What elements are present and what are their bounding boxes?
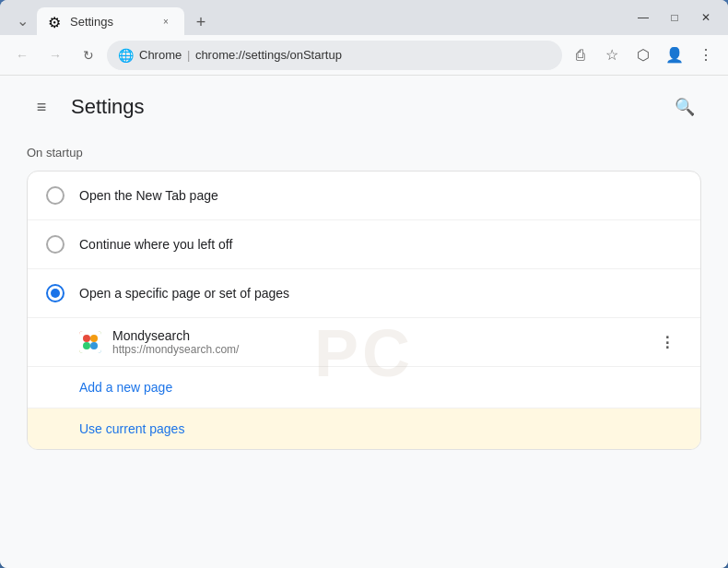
settings-container: ≡ Settings 🔍 On startup Open th: [5, 76, 723, 465]
toolbar-actions: ⎙ ☆ ⬡ 👤 ⋮: [566, 41, 721, 70]
svg-point-3: [83, 342, 90, 349]
more-icon: ⋮: [699, 46, 713, 64]
tab-title: Settings: [70, 15, 151, 29]
open-new-tab-label: Open the New Tab page: [79, 188, 218, 203]
plus-icon: +: [196, 13, 206, 32]
tab-close-button[interactable]: ×: [159, 14, 173, 29]
add-new-page-link[interactable]: Add a new page: [28, 366, 700, 408]
forward-button[interactable]: →: [41, 41, 70, 70]
content-wrapper: ≡ Settings 🔍 On startup Open th: [0, 76, 728, 465]
use-current-pages-label: Use current pages: [79, 421, 184, 436]
search-icon: 🔍: [675, 97, 695, 117]
bookmark-button[interactable]: ☆: [597, 41, 627, 70]
address-bar[interactable]: 🌐 Chrome | chrome://settings/onStartup: [107, 41, 562, 70]
settings-title-row: ≡ Settings: [27, 92, 145, 122]
maximize-icon: □: [671, 11, 677, 24]
browser-toolbar: ← → ↻ 🌐 Chrome | chrome://settings/onSta…: [0, 35, 728, 76]
svg-point-1: [83, 335, 90, 342]
profile-button[interactable]: 👤: [660, 41, 689, 70]
mondysearch-favicon-icon: [79, 331, 101, 353]
minimize-icon: —: [638, 11, 649, 24]
hamburger-icon: ≡: [37, 98, 47, 117]
page-name-label: Mondysearch: [112, 328, 641, 343]
settings-search-button[interactable]: 🔍: [668, 90, 701, 124]
back-icon: ←: [16, 48, 29, 63]
specific-pages-option[interactable]: Open a specific page or set of pages: [28, 268, 700, 317]
radio-specific[interactable]: [46, 284, 65, 302]
minimize-button[interactable]: —: [628, 5, 658, 30]
refresh-icon: ↻: [83, 48, 94, 63]
address-path-label: chrome://settings/onStartup: [195, 48, 342, 62]
tab-favicon-icon: ⚙: [48, 14, 63, 29]
radio-selected-dot: [51, 289, 60, 298]
address-separator: |: [187, 48, 190, 62]
svg-rect-0: [79, 331, 101, 353]
back-button[interactable]: ←: [7, 41, 37, 70]
extensions-button[interactable]: ⬡: [628, 41, 658, 70]
forward-icon: →: [49, 48, 62, 63]
titlebar: ⌄ ⚙ Settings × + — □ ✕: [0, 0, 728, 35]
page-favicon: [79, 331, 101, 353]
use-current-pages-link[interactable]: Use current pages: [28, 408, 700, 449]
close-button[interactable]: ✕: [691, 5, 721, 30]
close-icon: ✕: [701, 11, 710, 24]
startup-options-card: Open the New Tab page Continue where you…: [27, 171, 701, 450]
radio-continue[interactable]: [46, 235, 65, 254]
browser-name-label: Chrome: [139, 48, 182, 62]
specific-pages-label: Open a specific page or set of pages: [79, 286, 289, 301]
window-controls: — □ ✕: [628, 5, 721, 30]
maximize-button[interactable]: □: [660, 5, 689, 30]
extensions-icon: ⬡: [637, 46, 650, 64]
tab-bar: ⌄ ⚙ Settings × +: [7, 0, 628, 35]
startup-page-item: Mondysearch https://mondysearch.com/ ⋮: [28, 317, 700, 366]
browser-window: ⌄ ⚙ Settings × + — □ ✕ ←: [0, 0, 728, 568]
address-text: Chrome | chrome://settings/onStartup: [139, 48, 551, 62]
continue-option[interactable]: Continue where you left off: [28, 219, 700, 268]
site-security-icon: 🌐: [118, 48, 134, 63]
tab-list-button[interactable]: ⌄: [7, 6, 37, 35]
page-info: Mondysearch https://mondysearch.com/: [112, 328, 641, 356]
share-button[interactable]: ⎙: [566, 41, 595, 70]
more-menu-button[interactable]: ⋮: [691, 41, 721, 70]
chevron-down-icon: ⌄: [17, 12, 29, 30]
refresh-button[interactable]: ↻: [74, 41, 103, 70]
open-new-tab-option[interactable]: Open the New Tab page: [28, 172, 700, 219]
add-new-page-label: Add a new page: [79, 380, 172, 395]
new-tab-button[interactable]: +: [188, 9, 214, 35]
active-tab[interactable]: ⚙ Settings ×: [37, 7, 184, 35]
settings-header: ≡ Settings 🔍: [27, 90, 701, 124]
continue-label: Continue where you left off: [79, 237, 232, 252]
bookmark-icon: ☆: [605, 46, 618, 64]
svg-point-4: [90, 342, 98, 349]
svg-point-2: [90, 335, 98, 342]
profile-icon: 👤: [665, 46, 684, 64]
page-title: Settings: [71, 95, 145, 119]
main-content: ≡ Settings 🔍 On startup Open th: [0, 76, 728, 568]
radio-new-tab[interactable]: [46, 186, 65, 205]
section-label: On startup: [27, 146, 701, 160]
page-menu-button[interactable]: ⋮: [652, 327, 682, 357]
menu-button[interactable]: ≡: [27, 92, 56, 122]
page-url-label: https://mondysearch.com/: [112, 343, 641, 356]
share-icon: ⎙: [576, 47, 585, 64]
kebab-menu-icon: ⋮: [660, 334, 675, 351]
